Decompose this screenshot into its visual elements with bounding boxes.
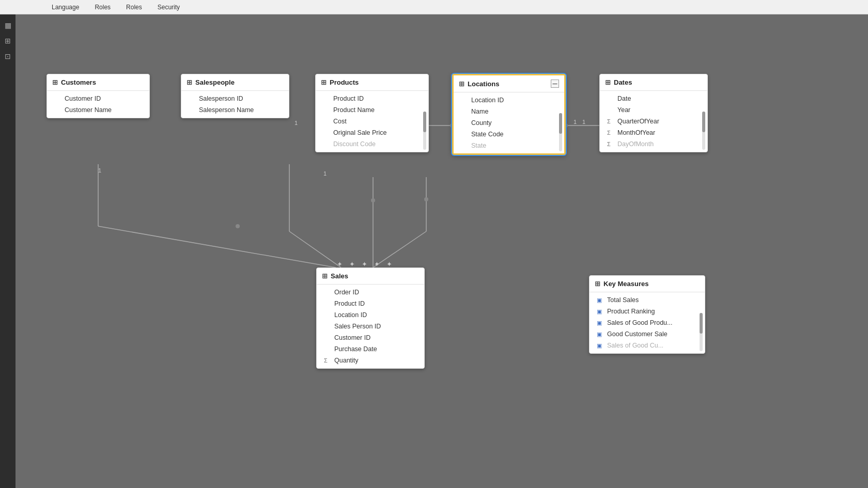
top-bar-roles-2[interactable]: Roles [126, 4, 142, 11]
top-bar: Language Roles Roles Security [0, 0, 868, 14]
dates-body: Date Year Σ QuarterOfYear Σ MonthOfYear … [600, 91, 707, 152]
dates-title: Dates [614, 78, 632, 86]
svg-line-12 [289, 231, 341, 267]
key-measures-title: Key Measures [603, 280, 648, 288]
field-product-ranking[interactable]: ▣ Product Ranking [590, 306, 699, 317]
customer-name-label: Customer Name [65, 106, 112, 114]
salespeople-title: Salespeople [195, 78, 235, 86]
field-date[interactable]: Date [600, 93, 701, 104]
table-key-measures[interactable]: ⊞ Key Measures ▣ Total Sales ▣ Product R… [589, 275, 705, 354]
field-month-of-year[interactable]: Σ MonthOfYear [600, 127, 701, 138]
products-icon: ⊞ [321, 78, 327, 86]
field-purchase-date[interactable]: Purchase Date [317, 343, 424, 355]
key-measures-scrollbar[interactable] [700, 313, 703, 351]
field-county[interactable]: County [454, 117, 558, 129]
field-customer-id[interactable]: Customer ID [47, 93, 149, 104]
field-quarter-of-year[interactable]: Σ QuarterOfYear [600, 116, 701, 127]
locations-scrollbar[interactable] [559, 113, 562, 151]
field-state[interactable]: State [454, 140, 558, 151]
svg-point-9 [236, 224, 240, 228]
key-measures-body: ▣ Total Sales ▣ Product Ranking ▣ Sales … [590, 292, 705, 353]
svg-point-1 [371, 198, 375, 202]
locations-title: Locations [468, 80, 499, 88]
locations-header: ⊞ Locations — [454, 75, 564, 92]
customers-body: Customer ID Customer Name [47, 91, 149, 118]
field-product-id[interactable]: Product ID [316, 93, 422, 104]
dates-scrollbar[interactable] [702, 112, 705, 150]
field-state-code[interactable]: State Code [454, 129, 558, 140]
table-locations[interactable]: ⊞ Locations — Location ID Name County St… [452, 74, 566, 155]
salesperson-name-label: Salesperson Name [199, 106, 254, 114]
sales-body: Order ID Product ID Location ID Sales Pe… [317, 285, 424, 368]
locations-icon: ⊞ [459, 80, 464, 88]
top-bar-language[interactable]: Language [52, 4, 79, 11]
field-sales-person-id[interactable]: Sales Person ID [317, 321, 424, 332]
locations-collapse-btn[interactable]: — [551, 80, 559, 88]
field-total-sales[interactable]: ▣ Total Sales [590, 294, 699, 306]
field-sales-good-product[interactable]: ▣ Sales of Good Produ... [590, 317, 699, 328]
customers-title: Customers [61, 78, 96, 86]
table-dates[interactable]: ⊞ Dates Date Year Σ QuarterOfYear Σ Mont… [599, 74, 708, 152]
top-bar-roles-1[interactable]: Roles [95, 4, 111, 11]
svg-point-5 [424, 197, 428, 201]
day-icon: Σ [607, 141, 614, 147]
field-sales-location-id[interactable]: Location ID [317, 309, 424, 321]
left-sidebar: ▦ ⊞ ⊡ [0, 14, 16, 488]
field-customer-name[interactable]: Customer Name [47, 104, 149, 116]
customer-id-label: Customer ID [65, 95, 101, 102]
field-salesperson-name[interactable]: Salesperson Name [181, 104, 289, 116]
field-good-customer-sale[interactable]: ▣ Good Customer Sale [590, 328, 699, 340]
canvas: 1 1 1 1 1 ✦ ✦ ✦ ✦ ✦ ⊞ Customers [16, 14, 868, 488]
svg-text:✦: ✦ [349, 260, 355, 268]
sidebar-icon-model[interactable]: ⊡ [2, 51, 13, 62]
field-original-sale-price[interactable]: Original Sale Price [316, 127, 422, 138]
field-order-id[interactable]: Order ID [317, 287, 424, 298]
sidebar-icon-table[interactable]: ⊞ [2, 35, 13, 46]
sales-good-cu-icon: ▣ [597, 342, 604, 349]
dates-header: ⊞ Dates [600, 74, 707, 91]
svg-text:1: 1 [98, 167, 101, 174]
field-sales-good-cu[interactable]: ▣ Sales of Good Cu... [590, 340, 699, 351]
svg-text:1: 1 [323, 170, 327, 177]
svg-line-4 [373, 231, 426, 267]
field-sales-product-id[interactable]: Product ID [317, 298, 424, 309]
customers-icon: ⊞ [52, 78, 58, 86]
field-day-of-month[interactable]: Σ DayOfMonth [600, 138, 701, 150]
field-year[interactable]: Year [600, 104, 701, 116]
field-discount-code[interactable]: Discount Code [316, 138, 422, 150]
svg-text:✦: ✦ [362, 260, 367, 268]
salesperson-id-label: Salesperson ID [199, 95, 243, 102]
field-salesperson-id[interactable]: Salesperson ID [181, 93, 289, 104]
salespeople-icon: ⊞ [187, 78, 192, 86]
table-customers[interactable]: ⊞ Customers Customer ID Customer Name [47, 74, 150, 118]
table-sales[interactable]: ⊞ Sales Order ID Product ID Location ID … [316, 267, 425, 369]
field-sales-customer-id[interactable]: Customer ID [317, 332, 424, 343]
sidebar-icon-chart[interactable]: ▦ [2, 20, 13, 31]
customers-header: ⊞ Customers [47, 74, 149, 91]
key-measures-header: ⊞ Key Measures [590, 276, 705, 292]
svg-text:✦: ✦ [337, 260, 343, 268]
table-products[interactable]: ⊞ Products Product ID Product Name Cost … [315, 74, 429, 152]
field-location-id[interactable]: Location ID [454, 95, 558, 106]
sales-header: ⊞ Sales [317, 268, 424, 285]
total-sales-icon: ▣ [597, 297, 604, 304]
products-body: Product ID Product Name Cost Original Sa… [316, 91, 428, 152]
svg-text:✦: ✦ [386, 260, 392, 268]
field-product-name[interactable]: Product Name [316, 104, 422, 116]
table-salespeople[interactable]: ⊞ Salespeople Salesperson ID Salesperson… [181, 74, 289, 118]
sales-title: Sales [331, 272, 348, 280]
salespeople-body: Salesperson ID Salesperson Name [181, 91, 289, 118]
field-location-name[interactable]: Name [454, 106, 558, 117]
products-title: Products [330, 78, 359, 86]
svg-text:1: 1 [582, 119, 585, 125]
product-ranking-icon: ▣ [597, 308, 604, 315]
products-scrollbar[interactable] [423, 112, 426, 150]
locations-controls: — [551, 80, 559, 88]
quarter-icon: Σ [607, 118, 614, 124]
field-cost[interactable]: Cost [316, 116, 422, 127]
good-customer-sale-icon: ▣ [597, 331, 604, 338]
top-bar-security[interactable]: Security [158, 4, 180, 11]
month-icon: Σ [607, 130, 614, 136]
sales-icon: ⊞ [322, 272, 328, 280]
field-quantity[interactable]: Σ Quantity [317, 355, 424, 366]
